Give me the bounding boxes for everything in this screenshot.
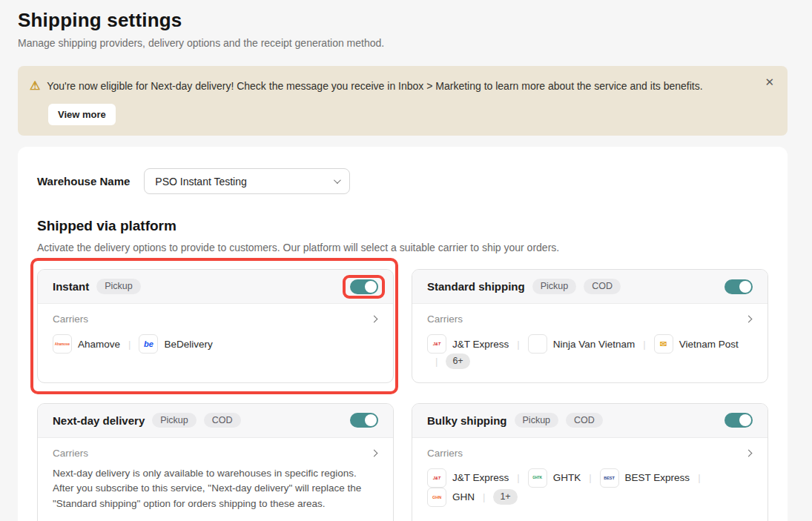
bedelivery-logo-icon: be [139,334,158,354]
toggle-knob [365,414,377,426]
carrier-bedelivery: be BeDelivery [139,334,212,354]
more-carriers-badge: 1+ [493,489,517,505]
badge-cod: COD [566,413,603,428]
nextday-note: Next-day delivery is only available to w… [53,466,378,513]
chevron-right-icon [745,449,753,457]
close-icon[interactable]: ✕ [765,76,774,87]
shipping-option-card-instant: Instant Pickup Carriers [37,269,394,383]
toggle-knob [365,281,377,293]
nextday-toggle[interactable] [350,413,378,428]
warehouse-name-label: Warehouse Name [37,175,130,188]
instant-toggle[interactable] [350,279,378,294]
badge-cod: COD [204,413,241,428]
chevron-right-icon [371,449,378,457]
card-title-bulky: Bulky shipping [427,414,507,427]
section-heading: Shipped via platform [37,218,768,234]
warehouse-select-value: PSO Instant Testing [155,176,246,188]
shipping-settings-page: Shipping settings Manage shipping provid… [18,0,788,521]
carrier-jt-express: J&T J&T Express [427,334,509,354]
banner-message: You're now eligible for Next-day deliver… [47,79,702,93]
chevron-right-icon [745,316,753,323]
card-title-instant: Instant [53,280,89,293]
page-title: Shipping settings [18,9,788,32]
instant-carriers-link[interactable]: Carriers [53,313,378,325]
standard-toggle[interactable] [724,279,753,294]
warehouse-select[interactable]: PSO Instant Testing [144,168,350,194]
carrier-ahamove: Ahamove Ahamove [53,334,120,354]
jt-express-logo-icon: J&T [427,334,446,354]
badge-cod: COD [584,279,621,294]
badge-pickup: Pickup [515,413,559,428]
warning-icon: ⚠ [30,79,40,93]
carrier-ghtk: GHTK GHTK [528,468,581,488]
section-description: Activate the delivery options to provide… [37,242,768,253]
ghtk-logo-icon: GHTK [528,468,547,488]
eligibility-banner: ⚠ You're now eligible for Next-day deliv… [18,66,788,136]
nextday-carriers-link[interactable]: Carriers [53,448,378,459]
carrier-ghn: GHN GHN [427,488,475,507]
page-subtitle: Manage shipping providers, delivery opti… [18,37,788,49]
more-carriers-badge: 6+ [446,354,469,369]
ahamove-logo-icon: Ahamove [53,334,72,354]
bulky-carriers-link[interactable]: Carriers [427,448,753,459]
badge-pickup: Pickup [532,279,577,294]
shipping-options-grid: Instant Pickup Carriers [37,269,768,521]
toggle-knob [739,281,751,293]
toggle-knob [739,414,751,426]
carrier-best-express: BEST BEST Express [600,468,690,488]
best-express-logo-icon: BEST [600,468,619,488]
ninja-van-logo-icon [528,334,547,354]
chevron-down-icon [334,176,341,184]
shipping-settings-panel: Warehouse Name PSO Instant Testing Shipp… [18,147,788,521]
badge-pickup: Pickup [96,279,141,294]
badge-pickup: Pickup [152,413,197,428]
carrier-jt-express: J&T J&T Express [427,468,509,488]
standard-carriers-link[interactable]: Carriers [427,313,753,325]
card-title-nextday: Next-day delivery [53,414,145,427]
view-more-button[interactable]: View more [48,104,116,125]
card-title-standard: Standard shipping [427,280,525,293]
carrier-ninja-van: Ninja Van Vietnam [528,334,636,354]
carrier-vietnam-post: ✉ Vietnam Post [654,334,739,354]
shipping-option-card-nextday: Next-day delivery Pickup COD Carriers Ne… [37,403,394,521]
shipping-option-card-standard: Standard shipping Pickup COD Carriers [412,269,768,383]
jt-express-logo-icon: J&T [427,468,446,488]
ghn-logo-icon: GHN [427,488,446,507]
bulky-toggle[interactable] [724,413,753,428]
vietnam-post-logo-icon: ✉ [654,334,673,354]
shipping-option-card-bulky: Bulky shipping Pickup COD Carriers [412,403,768,521]
chevron-right-icon [371,316,378,323]
